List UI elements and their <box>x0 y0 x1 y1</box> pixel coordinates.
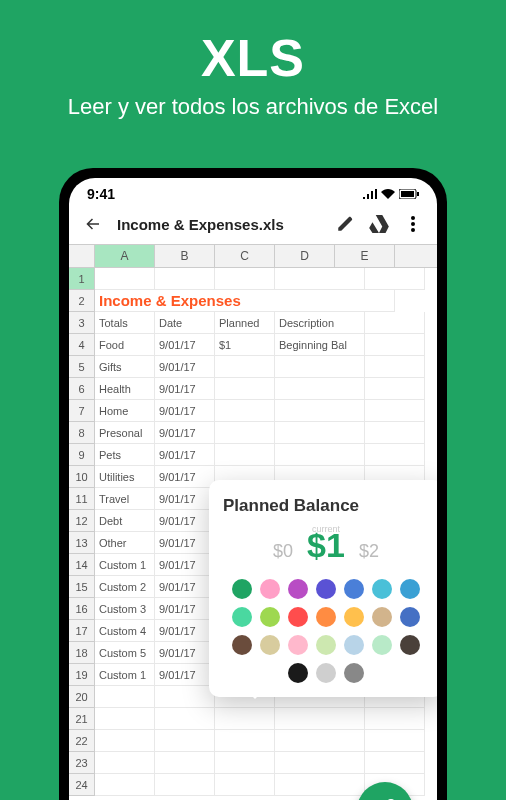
cell[interactable] <box>275 444 365 466</box>
cell[interactable]: 9/01/17 <box>155 664 215 686</box>
cell[interactable]: 9/01/17 <box>155 422 215 444</box>
color-swatch[interactable] <box>260 607 280 627</box>
cell[interactable]: Custom 3 <box>95 598 155 620</box>
cell[interactable] <box>275 422 365 444</box>
cell[interactable] <box>275 268 365 290</box>
cell[interactable]: Custom 1 <box>95 554 155 576</box>
cell[interactable]: Gifts <box>95 356 155 378</box>
cell[interactable] <box>155 708 215 730</box>
color-swatch[interactable] <box>260 579 280 599</box>
cell[interactable] <box>275 400 365 422</box>
row-header[interactable]: 8 <box>69 422 95 444</box>
cell[interactable] <box>365 444 425 466</box>
column-header[interactable]: E <box>335 245 395 267</box>
cell[interactable] <box>215 378 275 400</box>
cell[interactable]: 9/01/17 <box>155 378 215 400</box>
cell[interactable] <box>365 378 425 400</box>
cell[interactable] <box>365 752 425 774</box>
color-swatch[interactable] <box>316 579 336 599</box>
cell[interactable]: 9/01/17 <box>155 598 215 620</box>
column-header[interactable]: C <box>215 245 275 267</box>
column-header[interactable]: D <box>275 245 335 267</box>
cell[interactable] <box>275 378 365 400</box>
row-header[interactable]: 7 <box>69 400 95 422</box>
cell[interactable] <box>365 356 425 378</box>
cell[interactable] <box>95 268 155 290</box>
cell[interactable] <box>95 686 155 708</box>
cell[interactable] <box>215 774 275 796</box>
cell[interactable]: $1 <box>215 334 275 356</box>
value-next[interactable]: $2 <box>359 541 379 562</box>
cell[interactable]: 9/01/17 <box>155 510 215 532</box>
row-header[interactable]: 20 <box>69 686 95 708</box>
cell[interactable] <box>155 730 215 752</box>
cell[interactable]: Planned <box>215 312 275 334</box>
cell[interactable]: Totals <box>95 312 155 334</box>
back-button[interactable] <box>83 214 103 234</box>
color-swatch[interactable] <box>344 635 364 655</box>
color-swatch[interactable] <box>344 607 364 627</box>
cell[interactable] <box>365 268 425 290</box>
cell[interactable] <box>155 268 215 290</box>
color-swatch[interactable] <box>288 607 308 627</box>
color-swatch[interactable] <box>232 635 252 655</box>
row-header[interactable]: 10 <box>69 466 95 488</box>
cell[interactable]: 9/01/17 <box>155 466 215 488</box>
cell[interactable]: Health <box>95 378 155 400</box>
cell[interactable] <box>365 312 425 334</box>
cell[interactable] <box>215 708 275 730</box>
color-swatch[interactable] <box>316 607 336 627</box>
color-swatch[interactable] <box>372 607 392 627</box>
row-header[interactable]: 3 <box>69 312 95 334</box>
cell[interactable]: 9/01/17 <box>155 488 215 510</box>
cell[interactable]: 9/01/17 <box>155 620 215 642</box>
color-swatch[interactable] <box>344 663 364 683</box>
color-swatch[interactable] <box>260 635 280 655</box>
edit-button[interactable] <box>335 214 355 234</box>
cell[interactable] <box>215 400 275 422</box>
corner-cell[interactable] <box>69 245 95 267</box>
cell[interactable] <box>215 730 275 752</box>
cell[interactable]: Other <box>95 532 155 554</box>
cell[interactable]: Pets <box>95 444 155 466</box>
cell[interactable] <box>275 774 365 796</box>
cell[interactable]: 9/01/17 <box>155 400 215 422</box>
color-swatch[interactable] <box>372 579 392 599</box>
cell[interactable]: Description <box>275 312 365 334</box>
cell[interactable]: 9/01/17 <box>155 356 215 378</box>
cell[interactable]: 9/01/17 <box>155 444 215 466</box>
cell[interactable] <box>215 752 275 774</box>
row-header[interactable]: 9 <box>69 444 95 466</box>
cell[interactable]: Custom 1 <box>95 664 155 686</box>
row-header[interactable]: 15 <box>69 576 95 598</box>
color-swatch[interactable] <box>316 663 336 683</box>
cell[interactable] <box>365 708 425 730</box>
cell[interactable] <box>95 774 155 796</box>
row-header[interactable]: 16 <box>69 598 95 620</box>
color-swatch[interactable] <box>400 579 420 599</box>
column-header[interactable]: A <box>95 245 155 267</box>
row-header[interactable]: 19 <box>69 664 95 686</box>
drive-button[interactable] <box>369 214 389 234</box>
cell[interactable] <box>365 730 425 752</box>
row-header[interactable]: 4 <box>69 334 95 356</box>
cell[interactable] <box>95 752 155 774</box>
cell[interactable]: 9/01/17 <box>155 642 215 664</box>
row-header[interactable]: 13 <box>69 532 95 554</box>
cell[interactable] <box>95 708 155 730</box>
cell[interactable]: Debt <box>95 510 155 532</box>
cell[interactable] <box>365 422 425 444</box>
cell[interactable]: Food <box>95 334 155 356</box>
color-swatch[interactable] <box>372 635 392 655</box>
cell[interactable] <box>215 356 275 378</box>
cell[interactable]: Date <box>155 312 215 334</box>
color-swatch[interactable] <box>344 579 364 599</box>
row-header[interactable]: 5 <box>69 356 95 378</box>
color-swatch[interactable] <box>400 635 420 655</box>
row-header[interactable]: 22 <box>69 730 95 752</box>
more-button[interactable] <box>403 214 423 234</box>
cell[interactable]: Utilities <box>95 466 155 488</box>
cell[interactable]: Beginning Bal <box>275 334 365 356</box>
cell[interactable] <box>95 730 155 752</box>
cell[interactable]: 9/01/17 <box>155 532 215 554</box>
